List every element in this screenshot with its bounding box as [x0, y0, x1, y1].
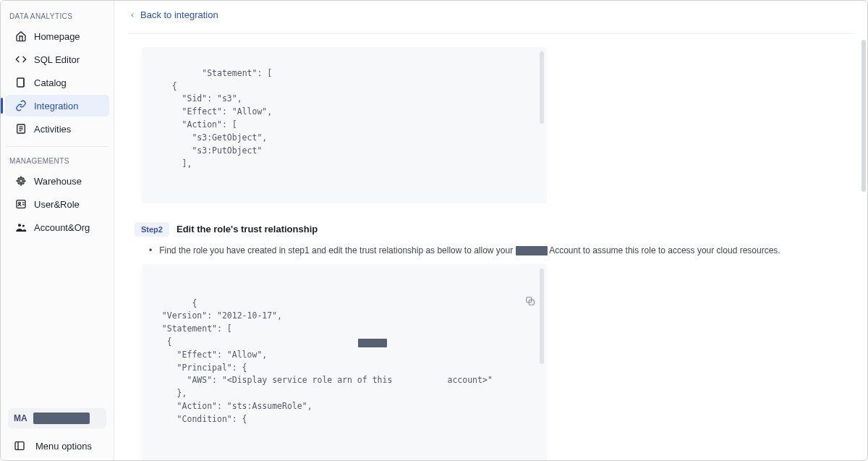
sidebar-item-homepage[interactable]: Homepage: [5, 25, 109, 47]
policy-code-block: "Statement": [ { "Sid": "s3", "Effect": …: [142, 47, 547, 203]
sidebar-section-managements: MANAGEMENTS: [1, 153, 114, 169]
people-icon: [15, 221, 27, 233]
step2-title: Edit the role's trust relationship: [176, 224, 318, 234]
sidebar-item-label: Integration: [34, 101, 78, 111]
sidebar-item-label: User&Role: [34, 199, 80, 210]
sidebar-item-account-org[interactable]: Account&Org: [5, 216, 109, 238]
link-icon: [15, 100, 27, 111]
step2-bullet: Find the role you have created in step1 …: [149, 244, 847, 257]
menu-options[interactable]: Menu options: [8, 437, 106, 453]
redacted-product-name-inline: [358, 339, 387, 347]
menu-icon: [14, 440, 25, 452]
code-text: "Statement": [ { "Sid": "s3", "Effect": …: [152, 68, 272, 169]
code-scrollbar[interactable]: [540, 51, 544, 124]
step2-bullet-text-b: Account to assume this role to access yo…: [549, 245, 780, 255]
svg-rect-6: [20, 179, 22, 182]
svg-point-15: [18, 224, 21, 227]
user-chip[interactable]: MA: [8, 408, 106, 428]
sidebar-section-analytics: DATA ANALYTICS: [1, 8, 114, 25]
step2-bullet-text-a: Find the role you have created in step1 …: [159, 245, 515, 255]
redacted-product-name: [516, 246, 548, 255]
redacted-user-name: [33, 413, 90, 424]
back-to-integration-link[interactable]: Back to integration: [129, 9, 853, 20]
sidebar-item-label: Activities: [34, 124, 71, 135]
sidebar-item-label: Catalog: [34, 77, 67, 88]
book-icon: [15, 77, 27, 88]
sidebar-item-label: Warehouse: [34, 176, 82, 187]
sidebar-item-label: SQL Editor: [34, 54, 80, 65]
chevron-left-icon: [129, 12, 136, 19]
sidebar-item-sql-editor[interactable]: SQL Editor: [5, 48, 109, 70]
sidebar: DATA ANALYTICS Homepage SQL Editor Catal…: [1, 1, 114, 460]
step2-badge: Step2: [135, 222, 169, 237]
id-badge-icon: [15, 198, 27, 210]
menu-options-label: Menu options: [35, 441, 92, 452]
sidebar-item-catalog[interactable]: Catalog: [5, 72, 109, 93]
cpu-icon: [15, 175, 27, 187]
svg-rect-5: [18, 178, 24, 184]
code-scrollbar[interactable]: [540, 268, 544, 364]
sidebar-item-activities[interactable]: Activities: [5, 118, 109, 140]
trust-policy-code-block: { "Version": "2012-10-17", "Statement": …: [142, 264, 547, 460]
page-scrollbar[interactable]: [861, 40, 866, 192]
home-icon: [15, 30, 27, 42]
code-icon: [15, 54, 27, 65]
sidebar-item-user-role[interactable]: User&Role: [5, 193, 109, 215]
svg-rect-0: [17, 78, 24, 87]
sidebar-item-warehouse[interactable]: Warehouse: [5, 170, 109, 192]
svg-point-16: [22, 224, 25, 227]
sidebar-item-label: Account&Org: [34, 222, 90, 233]
list-icon: [15, 123, 27, 135]
sidebar-divider: [7, 146, 108, 147]
sidebar-item-integration[interactable]: Integration: [5, 95, 109, 117]
sidebar-item-label: Homepage: [34, 31, 80, 42]
user-initials: MA: [14, 413, 27, 423]
copy-icon[interactable]: [525, 270, 535, 280]
svg-point-12: [19, 202, 21, 204]
content-scroll[interactable]: "Statement": [ { "Sid": "s3", "Effect": …: [114, 34, 867, 460]
code-text: { "Version": "2012-10-17", "Statement": …: [152, 298, 493, 424]
svg-rect-17: [15, 442, 24, 450]
back-link-label: Back to integration: [140, 9, 218, 20]
